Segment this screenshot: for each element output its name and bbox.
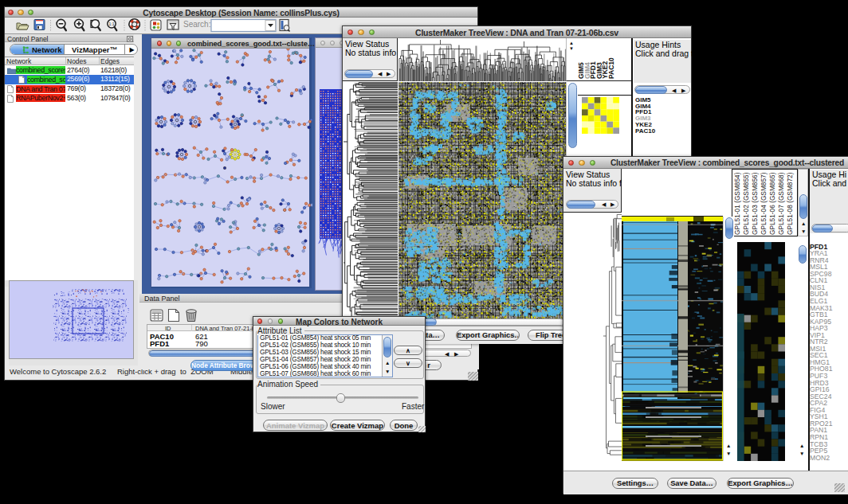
svg-text:GPL51-01 (GSM854): GPL51-01 (GSM854) — [733, 172, 741, 235]
svg-text:Search:: Search: — [183, 20, 210, 29]
svg-text:1:1: 1:1 — [109, 21, 115, 26]
svg-text:PAC10: PAC10 — [607, 57, 615, 79]
svg-text:GPL51-08 (GSM872): GPL51-08 (GSM872) — [786, 172, 794, 235]
svg-text:GPL51-03 (GSM856): GPL51-03 (GSM856) — [751, 172, 759, 235]
svg-text:GPL51-06 (GSM865): GPL51-06 (GSM865) — [768, 172, 776, 235]
svg-text:GPL51-04 (GSM857): GPL51-04 (GSM857) — [760, 172, 768, 235]
svg-text:GPL51-07 (GSM868): GPL51-07 (GSM868) — [777, 172, 785, 235]
svg-text:GPL51-02 (GSM855): GPL51-02 (GSM855) — [742, 172, 750, 235]
